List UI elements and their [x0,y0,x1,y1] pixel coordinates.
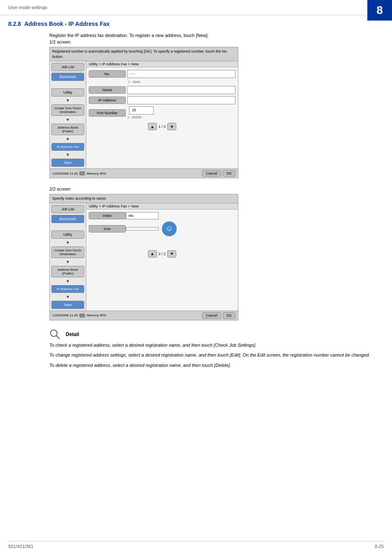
screen1-pagination: ▲ 1 / 2 ▼ [89,121,235,132]
screen2-ip-fax-dot: ▼ [51,295,84,299]
screen2-bottom-bar: 12/09/2008 11:29 Memory 90% Cancel OK [50,311,238,320]
screen2-address-book-btn[interactable]: Address Book (Public) [51,266,84,277]
screen1-port-row: Port Number 25 1 - 65535 [89,106,235,119]
screen1-label: 1/2 screen [49,39,384,44]
screen1-ok-btn[interactable]: OK [223,170,235,177]
screen1-ip-fax-btn[interactable]: IP Address Fax [51,143,84,151]
screen2-bottom-info: 12/09/2008 11:29 Memory 90% [52,313,106,318]
screen1-bookmark-btn[interactable]: Bookmark [51,73,84,81]
screen1-datetime: 12/09/2008 11:29 [52,172,78,175]
screen1-new-btn[interactable]: New [51,159,84,167]
keyboard-icon-2 [79,313,85,318]
screen2-cancel-btn[interactable]: Cancel [202,312,221,319]
screen1-page-text: 1 / 2 [159,124,166,129]
screen1-panel: Utility > IP Address Fax > New No. ---- … [86,61,238,168]
screen1-ip-row: IP Address [89,96,235,104]
detail-text2: To change registered address settings, s… [49,352,384,359]
screen2-create-one-touch-btn[interactable]: Create One-Touch Destination [51,246,84,258]
screen2-label: 2/2 screen [49,187,384,191]
screen1-no-row: No. ---- [89,70,235,78]
detail-title: Detail [66,332,79,337]
screen1-cancel-btn[interactable]: Cancel [202,170,221,177]
detail-text1: To check a registered address, select a … [49,342,384,349]
screen1-breadcrumb: Utility > IP Address Fax > New [86,61,238,67]
screen2-icon-selector[interactable] [126,227,159,230]
screen2-breadcrumb: Utility > IP Address Fax > New [86,203,238,210]
screen1-name-value[interactable] [127,86,235,94]
section-number: 8.2.8 [8,21,21,27]
screen2: Specify index according to name. Job Lis… [49,194,238,320]
screen1-sidebar: Job List Bookmark Utility ▼ Create One-T… [50,61,86,168]
screen2-index-label: Index [89,212,126,219]
person-icon: ☺ [166,224,173,233]
screen2-pagination: ▲ 2 / 2 ▼ [89,249,235,259]
screen2-next-btn[interactable]: ▼ [167,250,176,258]
screen1-utility-btn[interactable]: Utility [51,88,84,97]
keyboard-icon [79,171,85,175]
screen2-top-message: Specify index according to name. [50,194,238,203]
screen1-create-dot: ▼ [51,117,84,122]
screen1-no-value[interactable]: ---- [127,70,235,78]
screen1-action-buttons: Cancel OK [202,170,235,177]
screen2-new-btn[interactable]: New [51,301,84,309]
screen2-action-buttons: Cancel OK [202,312,235,319]
magnify-icon [49,329,61,340]
screen2-utility-btn[interactable]: Utility [51,230,84,239]
screen1-port-value[interactable]: 25 [129,106,154,115]
detail-section: Detail To check a registered address, se… [49,329,384,369]
screen2-job-list-btn[interactable]: Job List [51,205,84,213]
screen1-port-hint: 1 - 65535 [127,115,154,119]
detail-icon-row: Detail [49,329,384,340]
detail-text3: To delete a registered address, select a… [49,362,384,369]
page-badge: 8 [367,0,392,21]
section-description: Register the IP address fax destination.… [49,33,384,38]
screen1-port-label: Port Number [89,109,126,117]
screen1-bottom-bar: 12/09/2008 11:29 Memory 90% Cancel OK [50,168,238,178]
screen2-memory: Memory 90% [87,313,106,317]
screen2-icon-label: Icon [89,225,126,233]
screen2-bookmark-btn[interactable]: Bookmark [51,215,84,223]
section-title: Address Book - IP Address Fax [24,21,110,27]
screen2-sidebar: Job List Bookmark Utility ▼ Create One-T… [50,203,86,311]
screen2-address-book-dot: ▼ [51,279,84,283]
screen2-ip-fax-btn[interactable]: IP Address Fax [51,285,84,293]
screen2-icon-preview: ☺ [162,221,177,236]
screen1: Registered number is automatically appli… [49,47,238,178]
screen2-index-row: Index etc [89,212,235,219]
screen1-no-label: No. [89,70,126,78]
screen1-ip-fax-dot: ▼ [51,152,84,157]
footer-left: 501/421/361 [8,544,33,549]
screen2-index-value[interactable]: etc [126,212,159,219]
screen1-address-book-btn[interactable]: Address Book (Public) [51,124,84,135]
page-footer: 501/421/361 8-25 [8,541,384,549]
screen1-bottom-info: 12/09/2008 11:29 Memory 90% [52,171,106,175]
screen2-page-text: 2 / 2 [159,252,166,256]
screen1-next-btn[interactable]: ▼ [167,123,176,130]
screen1-memory: Memory 90% [87,172,106,175]
screen1-job-list-btn[interactable]: Job List [51,63,84,71]
screen2-icon-row: Icon ☺ [89,221,235,236]
svg-line-1 [56,336,60,339]
page-header: User mode settings [8,5,47,10]
screen2-panel: Utility > IP Address Fax > New Index etc… [86,203,238,311]
screen1-create-one-touch-btn[interactable]: Create One-Touch Destination [51,104,84,116]
screen1-name-label: Name [89,86,126,94]
screen1-ip-value[interactable] [127,96,235,104]
footer-right: 8-25 [375,544,384,549]
screen2-utility-dot: ▼ [51,240,84,245]
screen2-datetime: 12/09/2008 11:29 [52,313,78,317]
screen1-ip-label: IP Address [89,97,126,104]
screen1-name-row: Name [89,86,235,94]
screen1-address-book-dot: ▼ [51,137,84,141]
screen1-prev-btn[interactable]: ▲ [148,123,157,130]
screen2-ok-btn[interactable]: OK [223,312,235,319]
svg-point-0 [51,330,57,336]
screen1-top-message: Registered number is automatically appli… [50,47,238,61]
screen2-create-dot: ▼ [51,260,84,264]
screen1-no-hint: 1 - 2000 [128,80,235,84]
screen1-utility-dot: ▼ [51,98,84,103]
screen2-prev-btn[interactable]: ▲ [148,250,157,258]
